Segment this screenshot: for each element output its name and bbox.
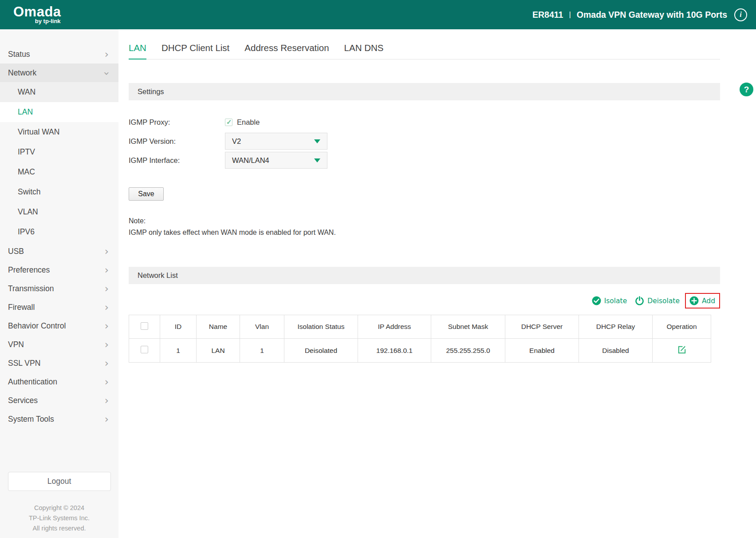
- sidebar-item-label: VPN: [8, 340, 24, 349]
- logout-button[interactable]: Logout: [8, 472, 111, 491]
- sidebar-footer: Logout Copyright © 2024 TP-Link Systems …: [0, 472, 118, 534]
- cell-subnet-mask: 255.255.255.0: [431, 339, 505, 363]
- network-list-toolbar: Isolate Deisolate: [129, 293, 720, 309]
- sidebar-item-label: System Tools: [8, 415, 54, 424]
- sidebar-item-iptv[interactable]: IPTV: [0, 142, 118, 162]
- deisolate-icon: [635, 296, 644, 305]
- tab-lan-dns[interactable]: LAN DNS: [344, 43, 384, 59]
- igmp-interface-row: IGMP Interface: WAN/LAN4: [129, 152, 720, 169]
- sidebar-item-label: Firewall: [8, 303, 35, 312]
- row-checkbox[interactable]: [141, 346, 148, 353]
- column-header-ip-address: IP Address: [358, 315, 431, 339]
- sidebar-item-wan[interactable]: WAN: [0, 82, 118, 102]
- column-header-vlan: Vlan: [240, 315, 284, 339]
- help-icon[interactable]: ?: [740, 83, 753, 96]
- deisolate-label: Deisolate: [647, 297, 680, 305]
- sidebar-item-services[interactable]: Services ›: [0, 391, 118, 410]
- igmp-interface-select[interactable]: WAN/LAN4: [225, 152, 327, 169]
- igmp-interface-value: WAN/LAN4: [232, 156, 269, 165]
- info-icon[interactable]: i: [734, 8, 747, 21]
- copyright-line: Copyright © 2024: [0, 503, 118, 513]
- igmp-version-select[interactable]: V2: [225, 133, 327, 150]
- sidebar-item-preferences[interactable]: Preferences ›: [0, 261, 118, 279]
- sidebar-item-label: Preferences: [8, 265, 50, 275]
- sidebar-item-system-tools[interactable]: System Tools ›: [0, 410, 118, 428]
- copyright: Copyright © 2024 TP-Link Systems Inc. Al…: [0, 503, 118, 534]
- sidebar-item-network[interactable]: Network ›: [0, 63, 118, 82]
- app-header: Omada by tp-link ER8411 | Omada VPN Gate…: [0, 0, 756, 29]
- igmp-proxy-enable-label: Enable: [237, 118, 260, 127]
- sidebar-item-mac[interactable]: MAC: [0, 162, 118, 182]
- cell-dhcp-relay: Disabled: [579, 339, 653, 363]
- sidebar-item-label: Virtual WAN: [18, 127, 59, 137]
- sidebar-item-vpn[interactable]: VPN ›: [0, 335, 118, 354]
- isolate-label: Isolate: [604, 297, 627, 305]
- cell-ip-address: 192.168.0.1: [358, 339, 431, 363]
- sidebar-item-label: Status: [8, 50, 30, 59]
- sidebar-item-ipv6[interactable]: IPV6: [0, 222, 118, 242]
- sidebar-item-ssl-vpn[interactable]: SSL VPN ›: [0, 354, 118, 372]
- table-row: 1 LAN 1 Deisolated 192.168.0.1 255.255.2…: [129, 339, 711, 363]
- chevron-right-icon: ›: [105, 396, 109, 406]
- select-all-checkbox[interactable]: [141, 322, 148, 330]
- sidebar-item-vlan[interactable]: VLAN: [0, 202, 118, 222]
- settings-form: IGMP Proxy: Enable IGMP Version: V2 IGMP…: [129, 114, 720, 169]
- chevron-right-icon: ›: [105, 321, 109, 331]
- cell-name: LAN: [197, 339, 240, 363]
- edit-icon[interactable]: [677, 344, 687, 356]
- cell-operation: [653, 339, 711, 363]
- save-button[interactable]: Save: [129, 187, 164, 201]
- note-title: Note:: [129, 215, 720, 227]
- select-all-cell: [129, 315, 160, 339]
- device-model: ER8411: [532, 10, 563, 20]
- settings-note: Note: IGMP only takes effect when WAN mo…: [129, 215, 720, 238]
- tab-dhcp-client-list[interactable]: DHCP Client List: [161, 43, 229, 59]
- tab-address-reservation[interactable]: Address Reservation: [244, 43, 329, 59]
- sidebar-item-label: Behavior Control: [8, 321, 66, 331]
- tab-lan[interactable]: LAN: [129, 43, 146, 59]
- cell-vlan: 1: [240, 339, 284, 363]
- sidebar-item-lan[interactable]: LAN: [0, 102, 118, 122]
- table-header-row: ID Name Vlan Isolation Status IP Address…: [129, 315, 711, 339]
- sidebar-item-label: WAN: [18, 87, 35, 97]
- copyright-line: All rights reserved.: [0, 523, 118, 534]
- sidebar-item-label: USB: [8, 247, 24, 256]
- chevron-right-icon: ›: [105, 284, 109, 294]
- add-button-highlight-box: Add: [685, 293, 720, 309]
- chevron-right-icon: ›: [105, 414, 109, 424]
- igmp-version-label: IGMP Version:: [129, 137, 225, 146]
- sidebar-item-usb[interactable]: USB ›: [0, 242, 118, 261]
- settings-section-title: Settings: [138, 87, 164, 96]
- device-separator: |: [569, 10, 571, 19]
- sidebar-item-authentication[interactable]: Authentication ›: [0, 372, 118, 391]
- column-header-dhcp-relay: DHCP Relay: [579, 315, 653, 339]
- chevron-right-icon: ›: [105, 340, 109, 350]
- sidebar-item-label: IPV6: [18, 227, 35, 237]
- copyright-line: TP-Link Systems Inc.: [0, 513, 118, 523]
- sidebar-item-switch[interactable]: Switch: [0, 182, 118, 202]
- add-button[interactable]: Add: [689, 296, 715, 305]
- chevron-right-icon: ›: [105, 49, 109, 59]
- chevron-down-icon: ›: [102, 71, 112, 75]
- add-label: Add: [702, 297, 715, 305]
- add-icon: [689, 296, 699, 305]
- igmp-version-row: IGMP Version: V2: [129, 133, 720, 150]
- sidebar-item-firewall[interactable]: Firewall ›: [0, 298, 118, 316]
- logo-title: Omada: [13, 5, 61, 19]
- chevron-right-icon: ›: [105, 302, 109, 313]
- sidebar-item-transmission[interactable]: Transmission ›: [0, 279, 118, 298]
- network-list-section-header: Network List: [129, 267, 720, 284]
- isolate-button[interactable]: Isolate: [592, 296, 627, 305]
- sidebar-item-label: LAN: [18, 107, 33, 117]
- column-header-name: Name: [197, 315, 240, 339]
- sidebar-item-behavior-control[interactable]: Behavior Control ›: [0, 316, 118, 335]
- chevron-right-icon: ›: [105, 265, 109, 275]
- note-text: IGMP only takes effect when WAN mode is …: [129, 227, 720, 238]
- igmp-proxy-checkbox[interactable]: [225, 119, 232, 126]
- igmp-proxy-label: IGMP Proxy:: [129, 118, 225, 127]
- chevron-right-icon: ›: [105, 377, 109, 387]
- deisolate-button[interactable]: Deisolate: [635, 296, 680, 305]
- column-header-isolation-status: Isolation Status: [284, 315, 358, 339]
- sidebar-item-status[interactable]: Status ›: [0, 45, 118, 63]
- sidebar-item-virtual-wan[interactable]: Virtual WAN: [0, 122, 118, 142]
